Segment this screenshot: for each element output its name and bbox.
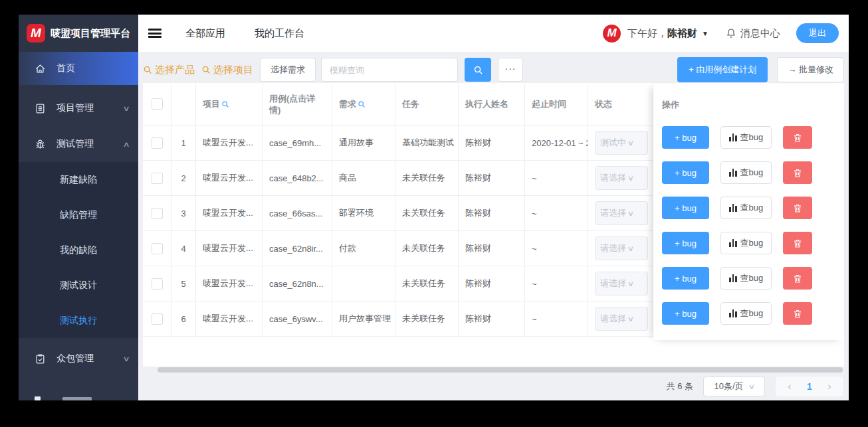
cell-requirement: [332, 266, 395, 301]
batch-edit-button[interactable]: → 批量修改: [777, 57, 844, 82]
row-checkbox[interactable]: [152, 313, 163, 325]
status-select[interactable]: 测试中 ∨: [595, 131, 648, 155]
search-icon[interactable]: [221, 100, 229, 108]
select-product-link[interactable]: 选择产品: [143, 64, 195, 76]
app-title: 唛盟项目管理平台: [51, 27, 130, 40]
pagination-footer: 共 6 条 10条/页 ∨ ‹ 1 ›: [667, 376, 844, 397]
delete-button[interactable]: [783, 197, 812, 219]
status-select[interactable]: 请选择 ∨: [595, 236, 648, 260]
view-bug-button[interactable]: 查bug: [720, 267, 772, 290]
view-bug-button[interactable]: 查bug: [720, 197, 772, 219]
cell-requirement: 部署环境: [332, 196, 395, 230]
logo-bar: M 唛盟项目管理平台: [19, 15, 138, 52]
sidebar-item-project-mgmt[interactable]: 项目管理 ∨: [19, 90, 138, 126]
add-bug-button[interactable]: + bug: [662, 267, 709, 290]
caret-down-icon[interactable]: ▼: [702, 30, 708, 37]
nav-my-workbench[interactable]: 我的工作台: [255, 27, 304, 40]
chevron-down-icon: ∨: [627, 139, 634, 147]
sidebar-subitem[interactable]: 测试执行: [19, 303, 138, 338]
hamburger-menu-icon[interactable]: [148, 29, 162, 38]
cell-executor: 陈裕财: [459, 161, 525, 195]
next-page-button[interactable]: ›: [819, 377, 839, 396]
delete-button[interactable]: [783, 161, 812, 184]
prev-page-button[interactable]: ‹: [780, 377, 800, 396]
create-plan-from-case-button[interactable]: + 由用例创建计划: [677, 57, 768, 82]
sidebar-subitem[interactable]: 我的缺陷: [19, 232, 138, 268]
username: 陈裕财: [667, 27, 697, 39]
sidebar-subitem[interactable]: 新建缺陷: [19, 162, 138, 197]
header-operations: 操作: [653, 84, 844, 126]
cell-executor: 陈裕财: [459, 301, 525, 336]
cell-dates: ~: [525, 196, 588, 230]
add-bug-button[interactable]: + bug: [662, 126, 709, 149]
message-center-label: 消息中心: [740, 27, 780, 40]
add-bug-button[interactable]: + bug: [662, 161, 709, 184]
delete-button[interactable]: [783, 126, 812, 149]
view-bug-button[interactable]: 查bug: [720, 126, 772, 149]
select-all-checkbox[interactable]: [152, 98, 163, 110]
delete-button[interactable]: [783, 267, 812, 290]
cell-case-link[interactable]: case_6yswv...: [263, 301, 332, 336]
header-requirement: 需求: [332, 83, 395, 125]
row-checkbox[interactable]: [152, 137, 163, 149]
trash-icon: [793, 309, 802, 319]
scrollbar-thumb[interactable]: [158, 367, 843, 373]
cell-case-link[interactable]: case_648b2...: [263, 161, 332, 195]
app-window: M 唛盟项目管理平台 首页 项目管理 ∨ 测试管理 ∧ 新建缺陷缺陷管理我的缺陷…: [19, 15, 849, 400]
delete-button[interactable]: [783, 302, 812, 325]
sidebar-subitem[interactable]: 缺陷管理: [19, 197, 138, 232]
more-filters-button[interactable]: ···: [498, 58, 523, 82]
chevron-down-icon: ∨: [627, 174, 634, 183]
nav-all-apps[interactable]: 全部应用: [185, 27, 225, 40]
add-bug-button[interactable]: + bug: [662, 197, 709, 219]
cell-case-link[interactable]: case_62n8n...: [263, 266, 332, 301]
select-project-link[interactable]: 选择项目: [201, 64, 253, 76]
row-checkbox[interactable]: [152, 243, 163, 254]
view-bug-button[interactable]: 查bug: [720, 161, 772, 184]
trash-icon: [793, 203, 802, 213]
page-number[interactable]: 1: [800, 377, 819, 396]
top-nav: 全部应用 我的工作台: [185, 27, 304, 40]
add-bug-button[interactable]: + bug: [662, 232, 709, 254]
sidebar-item-label: 众包管理: [56, 353, 124, 365]
status-select[interactable]: 请选择 ∨: [595, 272, 648, 296]
header-executor: 执行人姓名: [459, 83, 525, 125]
select-requirement-button[interactable]: 选择需求: [260, 58, 316, 82]
sidebar-item-test-mgmt[interactable]: 测试管理 ∧: [19, 126, 138, 162]
row-checkbox[interactable]: [152, 208, 163, 219]
page-size-select[interactable]: 10条/页 ∨: [703, 377, 765, 396]
cell-dates: 2020-12-01 ~ 20: [525, 126, 588, 160]
fuzzy-search-input[interactable]: [321, 58, 458, 82]
chevron-up-icon: ∧: [122, 140, 130, 149]
cell-case-link[interactable]: case_62n8ir...: [263, 231, 332, 266]
view-bug-button[interactable]: 查bug: [720, 232, 772, 254]
horizontal-scrollbar[interactable]: [143, 367, 844, 373]
row-checkbox[interactable]: [152, 278, 163, 290]
chevron-down-icon: ∨: [627, 315, 634, 323]
cell-task: 未关联任务: [395, 231, 459, 266]
cell-task: 未关联任务: [395, 266, 459, 301]
bar-chart-icon: [729, 274, 737, 282]
operations-row: + bug 查bug: [653, 231, 844, 266]
bar-chart-icon: [729, 133, 737, 141]
view-bug-button[interactable]: 查bug: [720, 302, 772, 325]
status-select[interactable]: 请选择 ∨: [595, 166, 648, 190]
avatar[interactable]: M: [603, 25, 621, 43]
sidebar-item-crowdsourcing[interactable]: 众包管理 ∨: [19, 338, 138, 379]
cell-dates: ~: [525, 301, 588, 336]
add-bug-button[interactable]: + bug: [662, 302, 709, 325]
status-select[interactable]: 请选择 ∨: [595, 201, 648, 225]
logout-button[interactable]: 退出: [796, 23, 839, 43]
cell-project: 唛盟云开发...: [196, 161, 263, 195]
search-icon[interactable]: [358, 100, 366, 108]
cell-case-link[interactable]: case_69mh...: [263, 126, 332, 160]
delete-button[interactable]: [783, 232, 812, 254]
sidebar-item-home[interactable]: 首页: [19, 52, 138, 85]
header-task: 任务: [395, 83, 459, 125]
status-select[interactable]: 请选择 ∨: [595, 307, 648, 331]
row-checkbox[interactable]: [152, 173, 163, 184]
message-center[interactable]: 消息中心: [726, 27, 780, 40]
cell-case-link[interactable]: case_66sas...: [263, 196, 332, 230]
sidebar-subitem[interactable]: 测试设计: [19, 268, 138, 303]
search-button[interactable]: [465, 58, 491, 82]
